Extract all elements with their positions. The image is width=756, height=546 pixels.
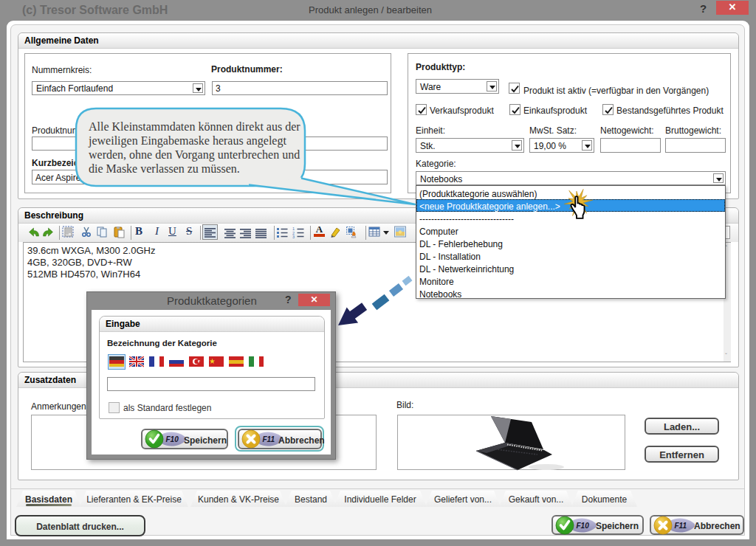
svg-text:3: 3 [292,235,295,238]
svg-text:F11: F11 [675,521,687,529]
svg-text:F10: F10 [166,435,179,443]
svg-text:F11: F11 [263,435,275,443]
svg-text:F10: F10 [577,521,590,529]
